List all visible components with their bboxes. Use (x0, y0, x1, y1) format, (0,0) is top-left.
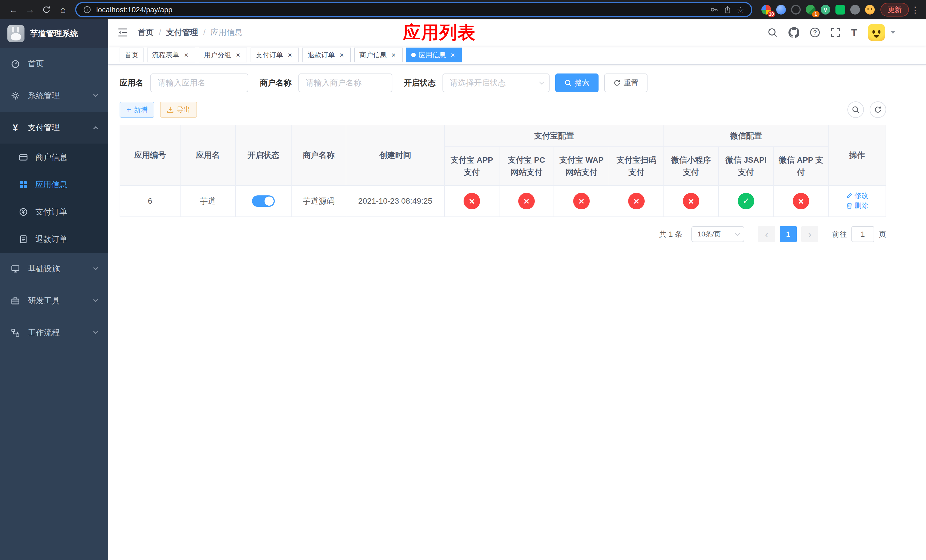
password-key-icon[interactable] (710, 5, 719, 14)
column-group-alipay: 支付宝配置 (445, 125, 664, 147)
tab-home[interactable]: 首页 (120, 48, 144, 62)
extension-wechat-icon[interactable] (835, 5, 845, 15)
sidebar-item-workflow[interactable]: 工作流程 (0, 317, 108, 349)
workflow-icon (11, 328, 20, 337)
add-button[interactable]: 新增 (120, 102, 154, 118)
breadcrumb-separator: / (203, 28, 206, 37)
column-header-merchant: 商户名称 (291, 125, 346, 185)
edit-link[interactable]: 修改 (846, 191, 868, 200)
tab-close-icon[interactable] (390, 51, 398, 59)
next-page-button[interactable] (801, 226, 819, 242)
sidebar: 芋道管理系统 首页 系统管理 支付管理 商户信息 (0, 20, 108, 560)
extension-colorful-icon[interactable]: 10 (761, 5, 771, 15)
sidebar-item-pay-order[interactable]: 支付订单 (0, 198, 108, 226)
extension-dark-icon[interactable] (791, 5, 801, 15)
yuan-icon (11, 123, 20, 132)
breadcrumb-pay[interactable]: 支付管理 (166, 27, 198, 38)
help-icon[interactable] (810, 28, 820, 37)
tab-merchant-info[interactable]: 商户信息 (354, 48, 402, 62)
url-text[interactable]: localhost:1024/pay/app (96, 5, 705, 14)
app-name-input[interactable] (150, 74, 248, 92)
cell-merchant: 芋道源码 (291, 185, 346, 217)
goto-page-input[interactable] (851, 226, 874, 242)
tab-label: 首页 (125, 50, 138, 59)
breadcrumb-home[interactable]: 首页 (138, 27, 154, 38)
back-icon[interactable] (6, 2, 21, 17)
tab-pay-order[interactable]: 支付订单 (251, 48, 299, 62)
site-info-icon[interactable] (83, 6, 91, 14)
sidebar-item-devtools[interactable]: 研发工具 (0, 285, 108, 317)
search-button[interactable]: 搜索 (555, 74, 599, 92)
column-header-wechat-mini: 微信小程序支付 (664, 147, 719, 185)
tab-label: 流程表单 (152, 50, 179, 59)
tab-refund-order[interactable]: 退款订单 (303, 48, 351, 62)
delete-link[interactable]: 删除 (846, 201, 868, 210)
tab-app-info[interactable]: 应用信息 (406, 48, 462, 62)
reset-button[interactable]: 重置 (604, 74, 648, 92)
user-avatar[interactable] (868, 24, 885, 41)
status-toggle[interactable] (252, 195, 275, 207)
address-bar[interactable]: localhost:1024/pay/app (75, 2, 752, 17)
breadcrumb-separator: / (159, 28, 161, 37)
pay-submenu: 商户信息 应用信息 支付订单 退款订单 (0, 144, 108, 253)
cell-alipay-app (445, 185, 499, 217)
extensions-puzzle-icon[interactable] (850, 5, 860, 15)
sidebar-item-pay[interactable]: 支付管理 (0, 112, 108, 144)
disabled-status-icon (518, 193, 535, 209)
chevron-down-icon (539, 80, 544, 85)
plus-icon (126, 106, 131, 114)
extension-vue-devtools-icon[interactable] (821, 5, 830, 15)
browser-update-button[interactable]: 更新 (881, 3, 909, 17)
browser-menu-icon[interactable] (910, 5, 920, 15)
table-row: 6 芋道 芋道源码 2021-10-23 08:49:25 (120, 185, 886, 217)
sidebar-item-label: 退款订单 (35, 234, 67, 245)
column-header-alipay-pc: 支付宝 PC 网站支付 (499, 147, 554, 185)
tab-close-icon[interactable] (234, 51, 242, 59)
refresh-table-button[interactable] (870, 101, 886, 118)
sidebar-item-home[interactable]: 首页 (0, 48, 108, 80)
extension-translate-icon[interactable]: 1 (806, 5, 816, 15)
sidebar-item-app-info[interactable]: 应用信息 (0, 171, 108, 198)
reload-icon[interactable] (39, 2, 54, 17)
share-icon[interactable] (723, 6, 731, 14)
prev-page-button[interactable] (758, 226, 775, 242)
sidebar-item-merchant-info[interactable]: 商户信息 (0, 144, 108, 171)
fullscreen-icon[interactable] (831, 28, 840, 37)
goto-unit: 页 (879, 229, 886, 239)
navbar: 首页 / 支付管理 / 应用信息 应用列表 (108, 20, 926, 45)
tab-user-group[interactable]: 用户分组 (199, 48, 247, 62)
merchant-name-input[interactable] (298, 74, 392, 92)
extension-badge: 1 (812, 11, 820, 17)
toggle-search-button[interactable] (847, 101, 864, 118)
sidebar-item-infrastructure[interactable]: 基础设施 (0, 253, 108, 285)
forward-icon[interactable] (22, 2, 38, 17)
status-select[interactable]: 请选择开启状态 (442, 74, 549, 92)
cell-actions: 修改 删除 (828, 185, 886, 217)
sidebar-item-system[interactable]: 系统管理 (0, 80, 108, 112)
browser-profile-avatar[interactable] (865, 5, 875, 15)
app-title: 芋道管理系统 (30, 28, 78, 39)
user-menu-caret-icon[interactable] (891, 31, 895, 34)
export-button[interactable]: 导出 (160, 102, 197, 118)
font-size-icon[interactable] (851, 28, 857, 37)
page-size-select[interactable]: 10条/页 (691, 226, 744, 242)
sidebar-toggle-icon[interactable] (117, 28, 128, 37)
tab-close-icon[interactable] (182, 51, 190, 59)
sidebar-item-refund-order[interactable]: 退款订单 (0, 226, 108, 253)
refund-order-icon (19, 235, 28, 244)
page-button-1[interactable]: 1 (780, 226, 797, 242)
chevron-down-icon (735, 231, 740, 236)
header-search-icon[interactable] (767, 27, 778, 38)
reset-button-label: 重置 (623, 78, 639, 88)
tab-close-icon[interactable] (449, 51, 457, 59)
tab-close-icon[interactable] (286, 51, 294, 59)
github-icon[interactable] (788, 27, 799, 38)
app-logo[interactable]: 芋道管理系统 (0, 20, 108, 48)
bookmark-star-icon[interactable] (737, 5, 744, 15)
home-icon[interactable] (55, 2, 71, 17)
app-table: 应用编号 应用名 开启状态 商户名称 创建时间 支付宝配置 微信配置 操作 支付… (120, 125, 886, 217)
tab-process-form[interactable]: 流程表单 (147, 48, 195, 62)
gear-icon (11, 91, 20, 100)
tab-close-icon[interactable] (338, 51, 346, 59)
extension-blue-icon[interactable] (776, 5, 786, 15)
